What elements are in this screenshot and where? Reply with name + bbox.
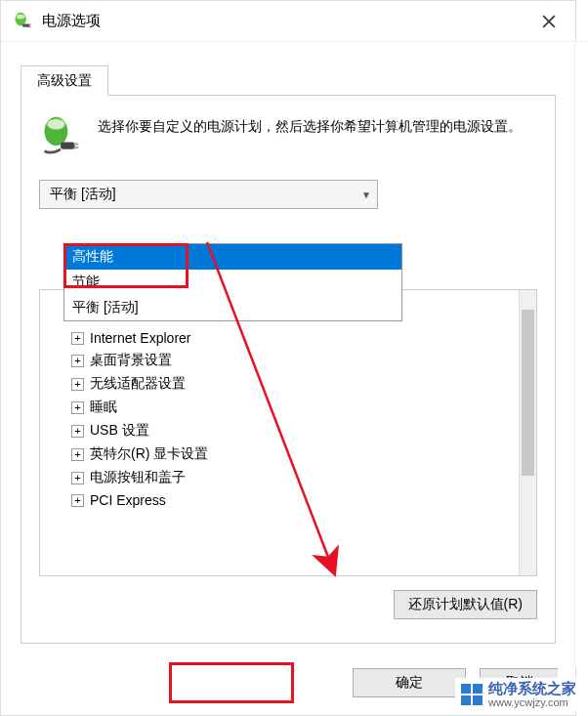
dropdown-item-high-performance[interactable]: 高性能 bbox=[64, 244, 401, 270]
tree-item-label: 桌面背景设置 bbox=[90, 352, 172, 369]
svg-rect-11 bbox=[74, 143, 79, 145]
annotation-highlight-ok bbox=[169, 662, 294, 703]
tree-item-label: Internet Explorer bbox=[90, 330, 191, 346]
watermark-logo-icon bbox=[461, 684, 483, 705]
tree-item[interactable]: +桌面背景设置 bbox=[44, 349, 532, 372]
intro-section: 选择你要自定义的电源计划，然后选择你希望计算机管理的电源设置。 bbox=[39, 115, 537, 158]
close-icon bbox=[542, 15, 556, 28]
power-plan-select[interactable]: 平衡 [活动] ▼ bbox=[39, 180, 378, 209]
watermark-title: 纯净系统之家 bbox=[488, 680, 576, 696]
restore-defaults-button[interactable]: 还原计划默认值(R) bbox=[394, 590, 537, 619]
svg-rect-2 bbox=[22, 23, 30, 26]
titlebar: 电源选项 bbox=[1, 1, 575, 42]
expand-icon[interactable]: + bbox=[71, 425, 84, 438]
battery-plug-icon bbox=[39, 115, 82, 158]
battery-plug-icon bbox=[13, 12, 32, 31]
svg-rect-4 bbox=[29, 26, 31, 27]
intro-text: 选择你要自定义的电源计划，然后选择你希望计算机管理的电源设置。 bbox=[98, 115, 522, 158]
expand-icon[interactable]: + bbox=[71, 494, 84, 507]
tree-item[interactable]: +PCI Express bbox=[44, 489, 532, 511]
tree-item[interactable]: +电源按钮和盖子 bbox=[44, 466, 532, 489]
expand-icon[interactable]: + bbox=[71, 378, 84, 391]
dropdown-item-power-saver[interactable]: 节能 bbox=[64, 270, 401, 295]
scrollbar-thumb[interactable] bbox=[522, 310, 534, 476]
tab-advanced-settings[interactable]: 高级设置 bbox=[21, 65, 108, 96]
tree-item-label: 睡眠 bbox=[90, 399, 117, 416]
settings-tree: 设置(分钟): ▲ ▼ +Internet Explorer+桌面背景设置+无线… bbox=[39, 289, 537, 576]
tree-item-label: 英特尔(R) 显卡设置 bbox=[90, 445, 208, 463]
expand-icon[interactable]: + bbox=[71, 472, 84, 484]
tree-item[interactable]: +英特尔(R) 显卡设置 bbox=[44, 442, 532, 466]
dropdown-item-balanced[interactable]: 平衡 [活动] bbox=[64, 295, 401, 320]
expand-icon[interactable]: + bbox=[71, 332, 84, 345]
tree-item[interactable]: +睡眠 bbox=[44, 396, 532, 419]
tree-item-label: 无线适配器设置 bbox=[90, 375, 186, 393]
power-options-dialog: 电源选项 高级设置 bbox=[0, 0, 576, 716]
tab-strip: 高级设置 选择你要自定义的电源计划，然后选择你希望计算机管理的电源设置。 bbox=[1, 42, 575, 644]
svg-rect-12 bbox=[74, 147, 79, 148]
expand-icon[interactable]: + bbox=[71, 448, 84, 461]
close-button[interactable] bbox=[526, 1, 571, 42]
tree-item[interactable]: +USB 设置 bbox=[44, 419, 532, 442]
select-value: 平衡 [活动] bbox=[50, 186, 361, 203]
window-title: 电源选项 bbox=[42, 12, 526, 30]
tree-item-label: USB 设置 bbox=[90, 422, 149, 440]
tree-item[interactable]: +无线适配器设置 bbox=[44, 372, 532, 396]
tree-item-label: 电源按钮和盖子 bbox=[90, 469, 186, 486]
ok-button[interactable]: 确定 bbox=[353, 668, 466, 697]
expand-icon[interactable]: + bbox=[71, 355, 84, 367]
power-plan-dropdown: 高性能 节能 平衡 [活动] bbox=[63, 243, 402, 321]
expand-icon[interactable]: + bbox=[71, 401, 84, 414]
tree-item[interactable]: +Internet Explorer bbox=[44, 327, 532, 349]
tab-panel: 选择你要自定义的电源计划，然后选择你希望计算机管理的电源设置。 平衡 [活动] … bbox=[21, 95, 556, 644]
svg-rect-10 bbox=[61, 143, 75, 149]
tree-item-label: PCI Express bbox=[90, 492, 166, 508]
background-window-strip bbox=[574, 41, 588, 666]
watermark: 纯净系统之家 www.ycwjzy.com bbox=[455, 678, 582, 710]
svg-rect-3 bbox=[29, 23, 31, 24]
chevron-down-icon: ▼ bbox=[361, 190, 371, 200]
svg-point-1 bbox=[17, 14, 25, 19]
watermark-url: www.ycwjzy.com bbox=[488, 696, 576, 708]
tree-scrollbar[interactable] bbox=[519, 290, 536, 575]
